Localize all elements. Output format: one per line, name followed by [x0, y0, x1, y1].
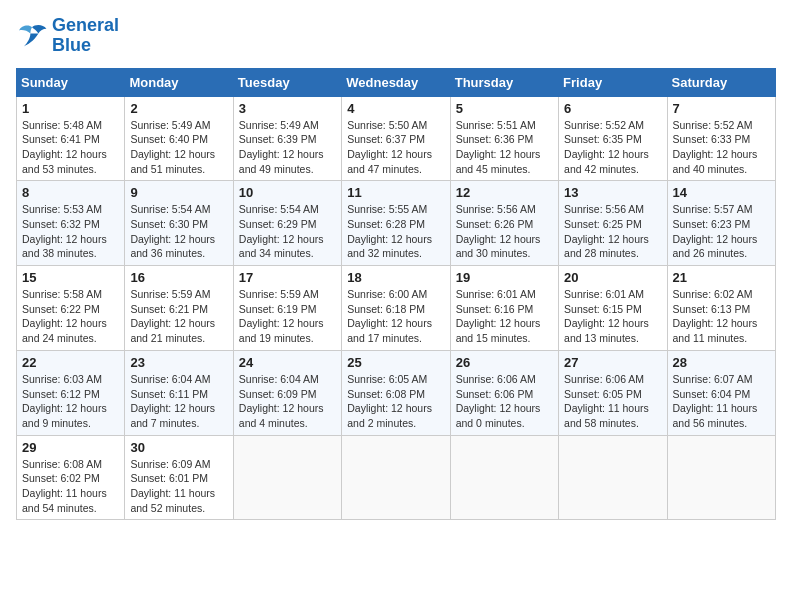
calendar-cell: 22Sunrise: 6:03 AM Sunset: 6:12 PM Dayli… [17, 350, 125, 435]
calendar-cell: 4Sunrise: 5:50 AM Sunset: 6:37 PM Daylig… [342, 96, 450, 181]
day-info: Sunrise: 5:59 AM Sunset: 6:21 PM Dayligh… [130, 287, 227, 346]
calendar-cell: 3Sunrise: 5:49 AM Sunset: 6:39 PM Daylig… [233, 96, 341, 181]
calendar-cell: 21Sunrise: 6:02 AM Sunset: 6:13 PM Dayli… [667, 266, 775, 351]
day-info: Sunrise: 5:56 AM Sunset: 6:26 PM Dayligh… [456, 202, 553, 261]
day-number: 29 [22, 440, 119, 455]
calendar-cell: 12Sunrise: 5:56 AM Sunset: 6:26 PM Dayli… [450, 181, 558, 266]
calendar-cell: 28Sunrise: 6:07 AM Sunset: 6:04 PM Dayli… [667, 350, 775, 435]
calendar-week-row: 29Sunrise: 6:08 AM Sunset: 6:02 PM Dayli… [17, 435, 776, 520]
page-header: General Blue [16, 16, 776, 56]
day-number: 2 [130, 101, 227, 116]
day-info: Sunrise: 5:48 AM Sunset: 6:41 PM Dayligh… [22, 118, 119, 177]
day-number: 18 [347, 270, 444, 285]
calendar-cell [559, 435, 667, 520]
day-number: 9 [130, 185, 227, 200]
day-info: Sunrise: 5:53 AM Sunset: 6:32 PM Dayligh… [22, 202, 119, 261]
day-info: Sunrise: 5:52 AM Sunset: 6:35 PM Dayligh… [564, 118, 661, 177]
day-number: 6 [564, 101, 661, 116]
calendar-cell: 15Sunrise: 5:58 AM Sunset: 6:22 PM Dayli… [17, 266, 125, 351]
day-number: 19 [456, 270, 553, 285]
day-number: 5 [456, 101, 553, 116]
day-number: 8 [22, 185, 119, 200]
calendar-cell: 25Sunrise: 6:05 AM Sunset: 6:08 PM Dayli… [342, 350, 450, 435]
calendar-cell: 5Sunrise: 5:51 AM Sunset: 6:36 PM Daylig… [450, 96, 558, 181]
weekday-header: Friday [559, 68, 667, 96]
day-info: Sunrise: 5:52 AM Sunset: 6:33 PM Dayligh… [673, 118, 770, 177]
calendar-week-row: 22Sunrise: 6:03 AM Sunset: 6:12 PM Dayli… [17, 350, 776, 435]
day-number: 24 [239, 355, 336, 370]
calendar-cell: 20Sunrise: 6:01 AM Sunset: 6:15 PM Dayli… [559, 266, 667, 351]
day-number: 16 [130, 270, 227, 285]
weekday-header: Sunday [17, 68, 125, 96]
calendar-cell: 27Sunrise: 6:06 AM Sunset: 6:05 PM Dayli… [559, 350, 667, 435]
day-number: 20 [564, 270, 661, 285]
weekday-header: Wednesday [342, 68, 450, 96]
day-info: Sunrise: 6:07 AM Sunset: 6:04 PM Dayligh… [673, 372, 770, 431]
calendar-cell: 9Sunrise: 5:54 AM Sunset: 6:30 PM Daylig… [125, 181, 233, 266]
logo-text: General Blue [52, 16, 119, 56]
calendar-cell: 23Sunrise: 6:04 AM Sunset: 6:11 PM Dayli… [125, 350, 233, 435]
calendar-cell: 16Sunrise: 5:59 AM Sunset: 6:21 PM Dayli… [125, 266, 233, 351]
day-number: 22 [22, 355, 119, 370]
day-number: 26 [456, 355, 553, 370]
day-info: Sunrise: 5:49 AM Sunset: 6:39 PM Dayligh… [239, 118, 336, 177]
calendar-table: SundayMondayTuesdayWednesdayThursdayFrid… [16, 68, 776, 521]
calendar-cell: 29Sunrise: 6:08 AM Sunset: 6:02 PM Dayli… [17, 435, 125, 520]
day-number: 1 [22, 101, 119, 116]
calendar-cell: 6Sunrise: 5:52 AM Sunset: 6:35 PM Daylig… [559, 96, 667, 181]
day-number: 4 [347, 101, 444, 116]
logo-bird-icon [16, 22, 48, 50]
calendar-cell: 8Sunrise: 5:53 AM Sunset: 6:32 PM Daylig… [17, 181, 125, 266]
day-number: 21 [673, 270, 770, 285]
calendar-cell: 11Sunrise: 5:55 AM Sunset: 6:28 PM Dayli… [342, 181, 450, 266]
day-info: Sunrise: 6:00 AM Sunset: 6:18 PM Dayligh… [347, 287, 444, 346]
day-number: 27 [564, 355, 661, 370]
calendar-cell: 1Sunrise: 5:48 AM Sunset: 6:41 PM Daylig… [17, 96, 125, 181]
day-number: 3 [239, 101, 336, 116]
day-info: Sunrise: 6:01 AM Sunset: 6:16 PM Dayligh… [456, 287, 553, 346]
day-number: 15 [22, 270, 119, 285]
calendar-cell: 14Sunrise: 5:57 AM Sunset: 6:23 PM Dayli… [667, 181, 775, 266]
day-info: Sunrise: 5:49 AM Sunset: 6:40 PM Dayligh… [130, 118, 227, 177]
day-info: Sunrise: 6:06 AM Sunset: 6:06 PM Dayligh… [456, 372, 553, 431]
weekday-header: Tuesday [233, 68, 341, 96]
calendar-week-row: 1Sunrise: 5:48 AM Sunset: 6:41 PM Daylig… [17, 96, 776, 181]
day-info: Sunrise: 5:54 AM Sunset: 6:30 PM Dayligh… [130, 202, 227, 261]
weekday-header: Thursday [450, 68, 558, 96]
calendar-cell [450, 435, 558, 520]
day-info: Sunrise: 5:51 AM Sunset: 6:36 PM Dayligh… [456, 118, 553, 177]
day-info: Sunrise: 6:09 AM Sunset: 6:01 PM Dayligh… [130, 457, 227, 516]
day-info: Sunrise: 6:03 AM Sunset: 6:12 PM Dayligh… [22, 372, 119, 431]
day-number: 30 [130, 440, 227, 455]
day-number: 7 [673, 101, 770, 116]
day-number: 10 [239, 185, 336, 200]
calendar-cell: 7Sunrise: 5:52 AM Sunset: 6:33 PM Daylig… [667, 96, 775, 181]
day-number: 17 [239, 270, 336, 285]
day-info: Sunrise: 6:02 AM Sunset: 6:13 PM Dayligh… [673, 287, 770, 346]
day-info: Sunrise: 6:05 AM Sunset: 6:08 PM Dayligh… [347, 372, 444, 431]
weekday-header: Saturday [667, 68, 775, 96]
weekday-header: Monday [125, 68, 233, 96]
weekday-header-row: SundayMondayTuesdayWednesdayThursdayFrid… [17, 68, 776, 96]
day-info: Sunrise: 6:08 AM Sunset: 6:02 PM Dayligh… [22, 457, 119, 516]
day-number: 14 [673, 185, 770, 200]
day-info: Sunrise: 5:54 AM Sunset: 6:29 PM Dayligh… [239, 202, 336, 261]
day-number: 23 [130, 355, 227, 370]
day-number: 13 [564, 185, 661, 200]
day-info: Sunrise: 5:58 AM Sunset: 6:22 PM Dayligh… [22, 287, 119, 346]
calendar-cell [667, 435, 775, 520]
day-number: 12 [456, 185, 553, 200]
day-info: Sunrise: 5:59 AM Sunset: 6:19 PM Dayligh… [239, 287, 336, 346]
calendar-cell [342, 435, 450, 520]
day-info: Sunrise: 5:56 AM Sunset: 6:25 PM Dayligh… [564, 202, 661, 261]
calendar-week-row: 8Sunrise: 5:53 AM Sunset: 6:32 PM Daylig… [17, 181, 776, 266]
day-info: Sunrise: 6:01 AM Sunset: 6:15 PM Dayligh… [564, 287, 661, 346]
day-info: Sunrise: 6:06 AM Sunset: 6:05 PM Dayligh… [564, 372, 661, 431]
calendar-cell: 18Sunrise: 6:00 AM Sunset: 6:18 PM Dayli… [342, 266, 450, 351]
calendar-cell: 10Sunrise: 5:54 AM Sunset: 6:29 PM Dayli… [233, 181, 341, 266]
calendar-cell: 2Sunrise: 5:49 AM Sunset: 6:40 PM Daylig… [125, 96, 233, 181]
calendar-cell: 13Sunrise: 5:56 AM Sunset: 6:25 PM Dayli… [559, 181, 667, 266]
day-number: 11 [347, 185, 444, 200]
day-number: 25 [347, 355, 444, 370]
calendar-cell: 24Sunrise: 6:04 AM Sunset: 6:09 PM Dayli… [233, 350, 341, 435]
